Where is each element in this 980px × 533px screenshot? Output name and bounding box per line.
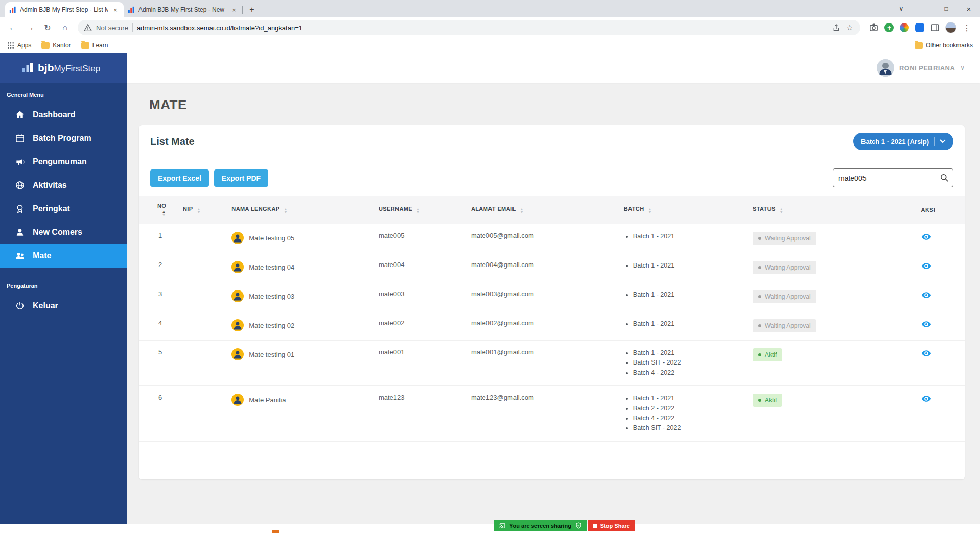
tab-search-icon[interactable]: ∨ xyxy=(890,0,913,17)
table-row[interactable]: 5 Mate testing 01 mate001 mate001@gmail.… xyxy=(139,341,965,386)
export-excel-button[interactable]: Export Excel xyxy=(150,169,209,187)
column-header-nip[interactable]: NIP▲▼ xyxy=(178,196,226,224)
sidebar-item-mate[interactable]: Mate xyxy=(0,244,127,268)
stop-share-button[interactable]: Stop Share xyxy=(588,520,635,531)
status-badge: Waiting Approval xyxy=(753,232,816,245)
cell-alamat-email: mate123@gmail.com xyxy=(466,386,619,442)
table-row[interactable]: 2 Mate testing 04 mate004 mate004@gmail.… xyxy=(139,253,965,282)
back-button[interactable]: ← xyxy=(5,20,20,35)
bookmark-learn[interactable]: Learn xyxy=(81,42,108,49)
taskbar-peek xyxy=(272,530,279,533)
browser-tab-inactive[interactable]: Admin BJB My First Step - New C... × xyxy=(124,2,242,17)
share-icon[interactable] xyxy=(832,23,841,32)
cell-batch: Batch 1 - 2021 xyxy=(619,224,748,253)
status-dot-icon xyxy=(758,353,761,356)
cell-nip xyxy=(178,311,226,341)
column-header-username[interactable]: USERNAME▲▼ xyxy=(374,196,466,224)
sidebar-item-pengumuman[interactable]: Pengumuman xyxy=(0,150,127,174)
cell-username: mate004 xyxy=(374,253,466,282)
search-icon[interactable] xyxy=(939,173,949,183)
sidebar-item-label: Mate xyxy=(33,251,51,260)
cell-status: Aktif xyxy=(748,386,916,442)
tab-close-icon[interactable]: × xyxy=(111,6,120,14)
search-input[interactable] xyxy=(833,168,953,187)
view-detail-eye-button[interactable] xyxy=(921,261,931,271)
status-badge: Aktif xyxy=(753,348,782,361)
batch-list: Batch 1 - 2021Batch 2 - 2022Batch 4 - 20… xyxy=(624,394,742,433)
view-detail-eye-button[interactable] xyxy=(921,348,931,358)
app-logo[interactable]: bjbMyFirstStep xyxy=(0,53,127,83)
batch-list: Batch 1 - 2021 xyxy=(624,232,742,241)
home-button[interactable]: ⌂ xyxy=(57,20,73,35)
chevron-down-icon[interactable]: ∨ xyxy=(960,64,965,71)
window-controls: ∨ — □ × xyxy=(890,0,980,17)
side-panel-icon[interactable] xyxy=(930,22,940,33)
app-header: RONI PEBRIANA ∨ xyxy=(127,53,980,83)
view-detail-eye-button[interactable] xyxy=(921,290,931,300)
sidebar-item-keluar[interactable]: Keluar xyxy=(0,294,127,318)
view-detail-eye-button[interactable] xyxy=(921,232,931,242)
sidebar-section-general: General Menu xyxy=(0,83,127,103)
status-badge: Aktif xyxy=(753,394,782,407)
column-header-alamat-email[interactable]: ALAMAT EMAIL▲▼ xyxy=(466,196,619,224)
batch-filter-dropdown[interactable]: Batch 1 - 2021 (Arsip) xyxy=(853,133,953,150)
column-header-no[interactable]: NO▲▼ xyxy=(139,196,178,224)
add-extension-icon[interactable]: + xyxy=(884,22,894,33)
blue-extension-icon[interactable] xyxy=(915,22,925,33)
mate-table: NO▲▼ NIP▲▼ NAMA LENGKAP▲▼ USERNAME▲▼ ALA… xyxy=(139,196,965,442)
sidebar-item-batch-program[interactable]: Batch Program xyxy=(0,127,127,150)
sidebar-item-label: Batch Program xyxy=(33,134,91,143)
forward-button[interactable]: → xyxy=(22,20,38,35)
view-detail-eye-button[interactable] xyxy=(921,319,931,329)
mate-avatar-icon xyxy=(231,394,244,406)
browser-menu-icon[interactable]: ⋮ xyxy=(962,22,972,33)
column-header-status[interactable]: STATUS▲▼ xyxy=(748,196,916,224)
user-name[interactable]: RONI PEBRIANA xyxy=(899,64,955,72)
export-pdf-button[interactable]: Export PDF xyxy=(214,169,268,187)
page-content: MATE List Mate Batch 1 - 2021 (Arsip) Ex… xyxy=(127,83,980,524)
stop-icon xyxy=(593,524,597,528)
folder-icon xyxy=(41,42,50,49)
cell-status: Waiting Approval xyxy=(748,282,916,311)
url-text[interactable]: admin-mfs.sandbox.semai.co.id/listmate?i… xyxy=(137,24,828,32)
table-row[interactable]: 4 Mate testing 02 mate002 mate002@gmail.… xyxy=(139,311,965,341)
cell-aksi xyxy=(916,386,965,442)
sidebar-item-peringkat[interactable]: Peringkat xyxy=(0,197,127,221)
window-maximize-button[interactable]: □ xyxy=(935,0,958,17)
table-row[interactable]: 6 Mate Panitia mate123 mate123@gmail.com… xyxy=(139,386,965,442)
site-favicon-icon xyxy=(128,6,135,13)
user-avatar[interactable] xyxy=(877,59,894,77)
screenshot-camera-icon[interactable] xyxy=(869,22,879,33)
tab-close-icon[interactable]: × xyxy=(230,6,238,14)
window-minimize-button[interactable]: — xyxy=(913,0,935,17)
cell-nip xyxy=(178,253,226,282)
new-tab-button[interactable]: + xyxy=(245,3,259,16)
sidebar-item-dashboard[interactable]: Dashboard xyxy=(0,103,127,127)
other-bookmarks[interactable]: Other bookmarks xyxy=(915,42,973,49)
address-bar[interactable]: Not secure admin-mfs.sandbox.semai.co.id… xyxy=(78,20,860,35)
window-close-button[interactable]: × xyxy=(958,0,980,17)
security-label[interactable]: Not secure xyxy=(96,24,128,32)
sidebar-item-new-comers[interactable]: New Comers xyxy=(0,221,127,244)
column-header-batch[interactable]: BATCH▲▼ xyxy=(619,196,748,224)
screen-share-bar: You are screen sharing Stop Share xyxy=(494,520,635,531)
mate-avatar-icon xyxy=(231,232,244,244)
cell-batch: Batch 1 - 2021 xyxy=(619,282,748,311)
colorful-extension-icon[interactable] xyxy=(899,22,909,33)
column-header-nama-lengkap[interactable]: NAMA LENGKAP▲▼ xyxy=(226,196,374,224)
bookmark-kantor[interactable]: Kantor xyxy=(41,42,71,49)
cell-username: mate123 xyxy=(374,386,466,442)
browser-tab-active[interactable]: Admin BJB My First Step - List M... × xyxy=(5,2,124,17)
cell-status: Waiting Approval xyxy=(748,253,916,282)
table-row[interactable]: 3 Mate testing 03 mate003 mate003@gmail.… xyxy=(139,282,965,311)
table-header-row: NO▲▼ NIP▲▼ NAMA LENGKAP▲▼ USERNAME▲▼ ALA… xyxy=(139,196,965,224)
bookmark-apps[interactable]: Apps xyxy=(7,42,31,49)
browser-profile-avatar[interactable] xyxy=(945,22,956,33)
bookmark-star-icon[interactable]: ☆ xyxy=(845,23,854,32)
batch-list: Batch 1 - 2021 xyxy=(624,290,742,300)
cell-batch: Batch 1 - 2021Batch SIT - 2022Batch 4 - … xyxy=(619,341,748,386)
view-detail-eye-button[interactable] xyxy=(921,394,931,404)
table-row[interactable]: 1 Mate testing 05 mate005 mate005@gmail.… xyxy=(139,224,965,253)
sidebar-item-aktivitas[interactable]: Aktivitas xyxy=(0,174,127,197)
reload-button[interactable]: ↻ xyxy=(40,20,55,35)
